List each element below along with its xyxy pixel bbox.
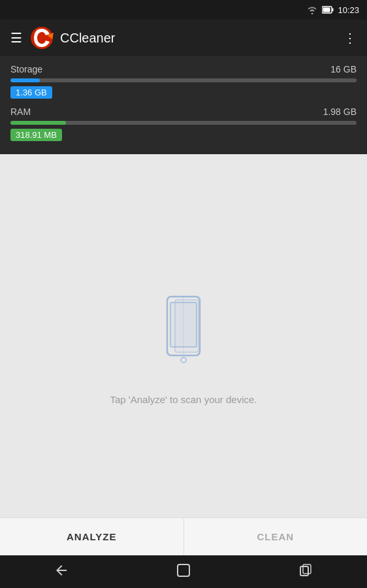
app-logo bbox=[30, 26, 54, 50]
analyze-button[interactable]: ANALYZE bbox=[0, 518, 184, 555]
storage-total: 16 GB bbox=[330, 64, 357, 74]
ram-label: RAM bbox=[10, 106, 31, 117]
battery-icon bbox=[322, 6, 334, 14]
app-title: CCleaner bbox=[60, 31, 343, 46]
main-content: Tap 'Analyze' to scan your device. bbox=[0, 154, 367, 544]
status-bar: 10:23 bbox=[0, 0, 367, 20]
clean-button[interactable]: CLEAN bbox=[184, 518, 368, 555]
storage-bar-track bbox=[10, 78, 357, 82]
overflow-menu-icon[interactable]: ⋮ bbox=[343, 30, 357, 46]
phone-illustration bbox=[154, 293, 213, 378]
storage-row: Storage 16 GB 1.36 GB bbox=[10, 64, 357, 99]
stats-panel: Storage 16 GB 1.36 GB RAM 1.98 GB 318.91… bbox=[0, 56, 367, 154]
ram-bar-track bbox=[10, 121, 357, 125]
nav-recents-button[interactable] bbox=[298, 563, 313, 581]
action-bar: ANALYZE CLEAN bbox=[0, 517, 367, 555]
nav-home-button[interactable] bbox=[176, 563, 191, 581]
menu-icon[interactable]: ☰ bbox=[10, 30, 22, 46]
svg-rect-2 bbox=[323, 8, 330, 12]
status-time: 10:23 bbox=[338, 5, 359, 15]
storage-label: Storage bbox=[10, 64, 42, 74]
ram-total: 1.98 GB bbox=[323, 106, 357, 117]
app-bar: ☰ CCleaner ⋮ bbox=[0, 20, 367, 56]
scan-hint: Tap 'Analyze' to scan your device. bbox=[110, 394, 257, 405]
svg-rect-9 bbox=[178, 564, 189, 576]
ram-bar-fill bbox=[10, 121, 66, 125]
nav-back-button[interactable] bbox=[54, 563, 69, 581]
svg-rect-7 bbox=[175, 300, 199, 352]
ram-used-badge: 318.91 MB bbox=[10, 129, 62, 141]
svg-point-6 bbox=[181, 357, 186, 363]
nav-bar bbox=[0, 555, 367, 588]
svg-rect-1 bbox=[332, 8, 334, 12]
ram-row: RAM 1.98 GB 318.91 MB bbox=[10, 106, 357, 141]
status-icons: 10:23 bbox=[306, 5, 359, 15]
wifi-icon bbox=[306, 5, 318, 14]
storage-used-badge: 1.36 GB bbox=[10, 86, 52, 99]
svg-rect-10 bbox=[300, 566, 308, 576]
storage-bar-fill bbox=[10, 78, 40, 82]
